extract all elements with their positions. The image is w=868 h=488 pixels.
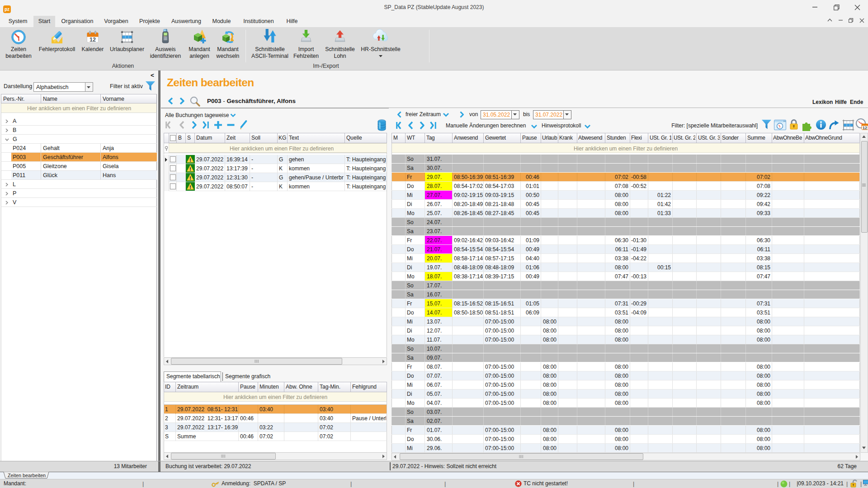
svg-text:12: 12 bbox=[863, 126, 867, 130]
svg-text:12: 12 bbox=[90, 37, 96, 43]
